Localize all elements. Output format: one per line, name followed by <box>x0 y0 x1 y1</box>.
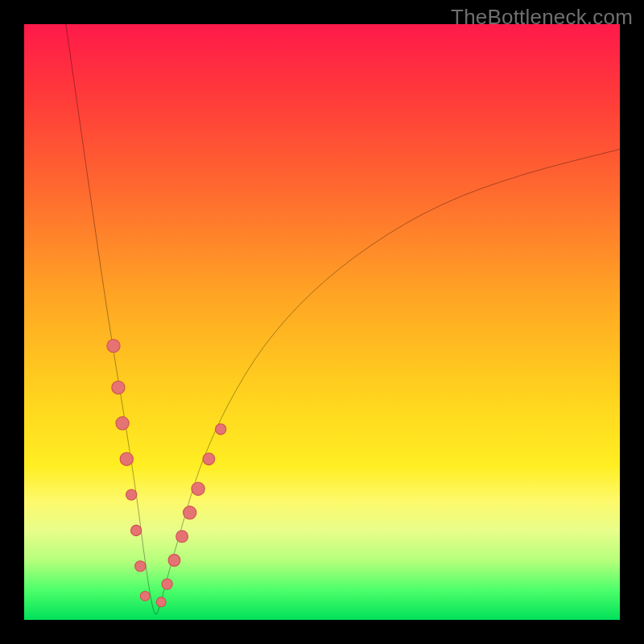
data-marker <box>140 591 150 601</box>
chart-frame: TheBottleneck.com <box>0 0 644 644</box>
data-marker <box>184 506 196 519</box>
data-marker <box>176 530 188 543</box>
data-marker <box>203 453 215 465</box>
bottleneck-curve <box>66 24 620 614</box>
data-marker <box>216 424 226 435</box>
data-marker <box>107 339 120 352</box>
data-marker <box>168 555 180 567</box>
curve-layer <box>24 24 620 620</box>
data-marker <box>126 489 137 500</box>
data-marker <box>162 579 172 589</box>
plot-area <box>24 24 620 620</box>
data-marker <box>192 482 204 495</box>
data-marker <box>112 381 125 394</box>
data-marker <box>130 525 141 535</box>
data-markers <box>107 339 226 606</box>
data-marker <box>135 561 146 572</box>
data-marker <box>116 417 129 430</box>
data-marker <box>120 452 133 465</box>
data-marker <box>156 597 166 607</box>
